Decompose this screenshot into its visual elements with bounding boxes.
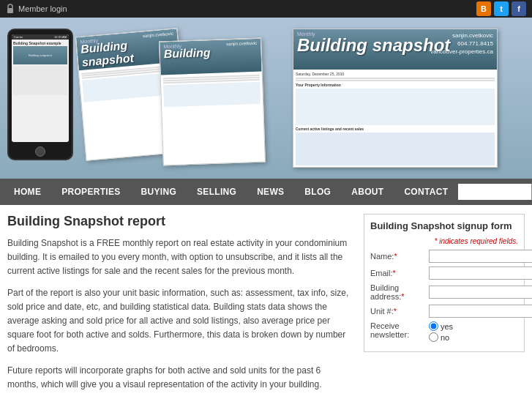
search-area	[458, 184, 532, 200]
name-row: Name:*	[370, 250, 518, 263]
building-row: Buildingaddress:*	[370, 283, 518, 301]
phone-app-title: Building Snapshot example	[13, 41, 67, 45]
newsletter-no-radio[interactable]	[429, 332, 438, 342]
unit-field[interactable]	[429, 305, 532, 318]
signup-form: Building Snapshot signup form * indicate…	[364, 214, 525, 352]
blogger-icon[interactable]: B	[476, 1, 491, 16]
nav-item-news[interactable]: NEWS	[247, 179, 294, 205]
top-bar: Member login B t f	[0, 0, 532, 18]
lock-icon	[6, 4, 15, 14]
nav-item-about[interactable]: ABOUT	[341, 179, 394, 205]
main-content: Building Snapshot report Building Snapsh…	[0, 205, 532, 399]
doc-title-3: Building snapshot	[297, 35, 450, 56]
phone-home-button[interactable]	[35, 146, 45, 157]
newsletter-radio-group: yes no	[429, 321, 453, 342]
newsletter-row: Receivenewsletter: yes no	[370, 321, 518, 342]
doc-header-2: Monthly Building sanjin.cvetkovic	[160, 39, 261, 75]
search-input[interactable]	[458, 184, 531, 200]
nav-item-home[interactable]: HOME	[4, 179, 51, 205]
content-left: Building Snapshot report Building Snapsh…	[7, 214, 364, 399]
phone-mockup: Carrier 12:01 AM Building Snapshot examp…	[7, 29, 73, 160]
newsletter-no-label: no	[441, 333, 449, 342]
building-field[interactable]	[429, 286, 532, 299]
email-row: Email:*	[370, 266, 518, 280]
content-right: Building Snapshot signup form * indicate…	[364, 214, 525, 399]
required-note: * indicates required fields.	[370, 237, 518, 245]
email-label: Email:*	[370, 269, 429, 277]
social-icons: B t f	[476, 1, 526, 16]
hero-area: Carrier 12:01 AM Building Snapshot examp…	[0, 18, 532, 179]
doc-title-2: Building	[163, 46, 211, 61]
newsletter-yes-radio[interactable]	[429, 321, 438, 331]
phone-carrier: Carrier	[14, 35, 23, 39]
nav-item-selling[interactable]: SELLING	[187, 179, 247, 205]
unit-row: Unit #:*	[370, 305, 518, 318]
doc-body-2	[161, 72, 263, 110]
name-field[interactable]	[429, 250, 532, 263]
doc-table-2	[163, 82, 261, 108]
member-login[interactable]: Member login	[6, 4, 67, 14]
email-field[interactable]	[429, 266, 532, 280]
doc-sales-table	[296, 133, 495, 165]
doc-logo-3: sanjin.cvetkovic604.771.8415vancouver-pr…	[430, 31, 493, 56]
member-login-label: Member login	[18, 4, 67, 13]
paragraph-1: Building Snapshot is a FREE monthly repo…	[7, 236, 353, 279]
name-label: Name:*	[370, 252, 429, 261]
nav-item-properties[interactable]: PROPERTIES	[51, 179, 130, 205]
paragraph-2: Part of the report is also your unit bas…	[7, 286, 353, 357]
doc-table-3	[296, 89, 495, 125]
svg-rect-0	[7, 8, 13, 13]
doc-logo-2: sanjin.cvetkovic	[226, 41, 257, 46]
phone-building-img: Building snapshot	[13, 46, 67, 64]
nav-item-buying[interactable]: BUYING	[131, 179, 187, 205]
phone-table	[13, 66, 67, 95]
phone-screen: Carrier 12:01 AM Building Snapshot examp…	[12, 34, 69, 142]
building-label: Buildingaddress:*	[370, 283, 429, 301]
nav-item-blog[interactable]: BLOG	[294, 179, 341, 205]
newsletter-label: Receivenewsletter:	[370, 321, 429, 339]
twitter-icon[interactable]: t	[494, 1, 509, 16]
newsletter-yes-option: yes	[429, 321, 453, 331]
facebook-icon[interactable]: f	[512, 1, 526, 16]
unit-label: Unit #:*	[370, 307, 429, 316]
phone-time: 12:01 AM	[54, 35, 67, 39]
paragraph-3: Future reports will incorporate graphs f…	[7, 364, 353, 392]
navigation: HOME PROPERTIES BUYING SELLING NEWS BLOG…	[0, 179, 532, 205]
report-doc-2: Monthly Building sanjin.cvetkovic	[159, 38, 266, 166]
newsletter-no-option: no	[429, 332, 453, 342]
nav-item-contact[interactable]: CONTACT	[394, 179, 458, 205]
doc-header-3: Monthly Building snapshot sanjin.cvetkov…	[293, 29, 497, 70]
newsletter-yes-label: yes	[441, 322, 453, 331]
signup-form-title: Building Snapshot signup form	[370, 220, 518, 231]
page-title: Building Snapshot report	[7, 214, 353, 229]
doc-body-3: Saturday, December 25, 2010 Your Propert…	[293, 70, 497, 168]
report-doc-3: Monthly Building snapshot sanjin.cvetkov…	[293, 29, 498, 168]
